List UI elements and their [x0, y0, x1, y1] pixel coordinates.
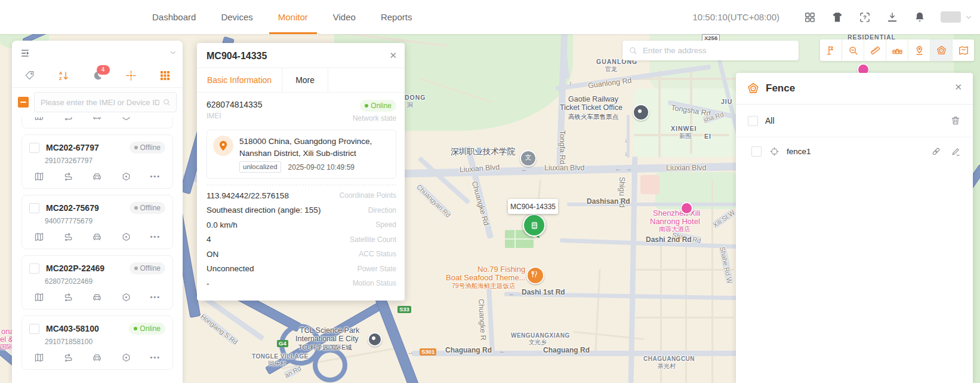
- locate-icon[interactable]: [125, 70, 137, 81]
- network-state-label: Network state: [353, 114, 396, 122]
- device-checkbox[interactable]: [29, 203, 39, 213]
- more-icon[interactable]: •••: [150, 292, 161, 302]
- sort-az-icon[interactable]: AZ: [58, 70, 69, 81]
- fence-row[interactable]: fence1: [736, 137, 973, 165]
- fence-pentagon-tool-button[interactable]: [930, 39, 952, 61]
- car-icon[interactable]: [92, 292, 102, 302]
- route-icon[interactable]: [63, 353, 73, 363]
- map-road: [634, 78, 735, 80]
- target-icon[interactable]: [121, 292, 131, 302]
- fence-checkbox[interactable]: [751, 146, 762, 157]
- tshirt-icon[interactable]: [831, 11, 843, 23]
- target-icon[interactable]: [121, 117, 131, 121]
- download-icon[interactable]: [886, 11, 898, 23]
- device-checkbox[interactable]: [29, 263, 39, 274]
- target-icon[interactable]: [121, 353, 131, 363]
- fence-name: fence1: [787, 147, 922, 156]
- car-icon[interactable]: [92, 171, 102, 182]
- more-icon[interactable]: •••: [150, 353, 161, 363]
- map-icon[interactable]: [34, 117, 44, 121]
- collapse-list-icon[interactable]: [20, 48, 32, 59]
- route-icon[interactable]: [63, 232, 73, 242]
- more-icon[interactable]: •••: [150, 171, 161, 182]
- map-marker-tool-button[interactable]: [953, 39, 974, 61]
- map-icon[interactable]: [34, 232, 44, 242]
- target-icon[interactable]: [121, 232, 131, 242]
- flag-tool-button[interactable]: [820, 39, 842, 61]
- chevron-down-icon[interactable]: [964, 13, 973, 22]
- device-card[interactable]: MC202-67797Offline291073267797•••: [21, 134, 173, 189]
- bell-icon[interactable]: [914, 11, 926, 23]
- popup-title: MC904-14335: [197, 43, 405, 68]
- car-icon[interactable]: [92, 232, 102, 242]
- link-icon[interactable]: [931, 146, 941, 157]
- device-imei: 940077775679: [45, 217, 165, 225]
- address-line1: 518000 China, Guangdong Province,: [239, 136, 372, 148]
- route-icon[interactable]: [63, 292, 73, 302]
- tag-icon[interactable]: [24, 70, 35, 81]
- fence-all-checkbox[interactable]: [748, 116, 758, 126]
- map-label: 高铁火车票售票点: [568, 114, 618, 121]
- route-icon[interactable]: [63, 171, 73, 182]
- map-icon[interactable]: [34, 292, 44, 302]
- chevron-down-icon[interactable]: [168, 48, 178, 57]
- select-all-checkbox[interactable]: [18, 97, 29, 108]
- map-label: Ticket Ticket Office: [560, 104, 622, 112]
- route-icon[interactable]: [63, 117, 73, 121]
- tab-basic-information[interactable]: Basic Information: [197, 68, 282, 92]
- poi-marker[interactable]: [680, 202, 693, 215]
- car-icon[interactable]: [92, 353, 102, 363]
- detail-label: Speed: [375, 220, 396, 229]
- nav-tab-dashboard[interactable]: Dashboard: [152, 0, 196, 34]
- edit-icon[interactable]: [951, 146, 961, 157]
- imei-block: 628074814335 IMEI: [207, 100, 262, 122]
- zoom-search-tool-button[interactable]: [842, 39, 864, 61]
- map-icon[interactable]: [34, 353, 44, 363]
- nav-tab-monitor[interactable]: Monitor: [278, 0, 308, 34]
- poi-marker[interactable]: [526, 266, 544, 284]
- avatar[interactable]: [941, 11, 961, 23]
- scan-question-icon[interactable]: ?: [859, 11, 871, 23]
- map-icon[interactable]: [34, 171, 44, 182]
- device-card-actions: •••: [29, 171, 165, 182]
- nav-tab-video[interactable]: Video: [333, 0, 356, 34]
- apps-grid-icon[interactable]: [804, 11, 816, 23]
- device-card[interactable]: 998002840908•••: [21, 117, 173, 128]
- poi-marker[interactable]: 文: [520, 150, 537, 167]
- map-toolbar: [820, 39, 974, 61]
- trash-icon[interactable]: [950, 115, 961, 126]
- poi-pin-tool-button[interactable]: [908, 39, 930, 61]
- vehicle-label[interactable]: MC904-14335: [508, 199, 558, 214]
- car-icon[interactable]: [92, 117, 102, 121]
- alert-count-badge: 4: [97, 65, 110, 75]
- detail-label: Satellite Count: [350, 235, 396, 244]
- map-label: ↓: [624, 149, 628, 157]
- vehicle-marker[interactable]: [523, 214, 546, 237]
- device-search-input[interactable]: [34, 92, 177, 112]
- ruler-tool-button[interactable]: [864, 39, 886, 61]
- poi-marker[interactable]: [633, 104, 649, 121]
- close-icon[interactable]: ✕: [954, 82, 962, 91]
- device-checkbox[interactable]: [29, 143, 39, 153]
- grid-icon[interactable]: [159, 70, 171, 81]
- nav-tab-devices[interactable]: Devices: [221, 0, 252, 34]
- device-name: MC403-58100: [46, 324, 129, 333]
- more-icon[interactable]: •••: [150, 232, 161, 242]
- device-card[interactable]: MC202-75679Offline940077775679•••: [21, 195, 173, 249]
- device-card[interactable]: MC403-58100Online291071858100•••: [21, 315, 173, 370]
- moon-icon[interactable]: 4: [92, 70, 103, 81]
- address-search-input[interactable]: [642, 45, 799, 56]
- tab-more[interactable]: More: [282, 68, 328, 92]
- device-checkbox[interactable]: [29, 324, 39, 334]
- device-card[interactable]: MC202P-22469Offline628072022469•••: [21, 255, 173, 310]
- traffic-tool-button[interactable]: [886, 39, 908, 61]
- close-icon[interactable]: ✕: [389, 51, 397, 60]
- poi-marker[interactable]: [368, 332, 382, 347]
- device-card-header: MC403-58100Online: [29, 323, 165, 335]
- target-icon[interactable]: [121, 171, 131, 182]
- more-icon[interactable]: •••: [150, 117, 161, 121]
- popup-body: 628074814335 IMEI Online Network state 5…: [197, 93, 405, 291]
- status-badge: Offline: [130, 142, 165, 154]
- nav-tab-reports[interactable]: Reports: [381, 0, 412, 34]
- fence-all-row: All: [736, 105, 973, 137]
